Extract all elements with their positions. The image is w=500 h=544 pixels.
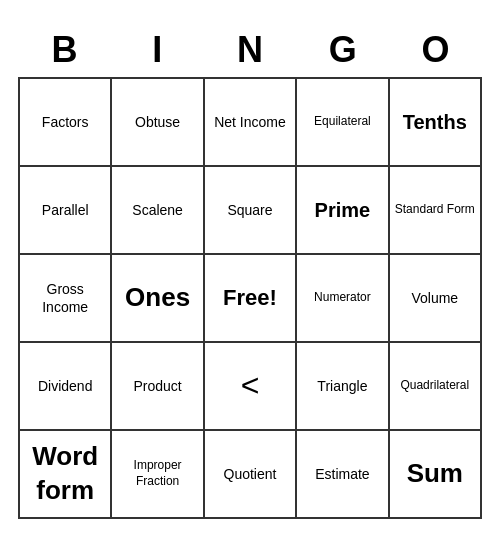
cell-r2-c0: Gross Income xyxy=(20,255,112,343)
cell-r0-c1: Obtuse xyxy=(112,79,204,167)
cell-r4-c1: Improper Fraction xyxy=(112,431,204,519)
cell-r3-c1: Product xyxy=(112,343,204,431)
cell-r4-c0: Word form xyxy=(20,431,112,519)
cell-r0-c3: Equilateral xyxy=(297,79,389,167)
cell-r2-c1: Ones xyxy=(112,255,204,343)
cell-r4-c3: Estimate xyxy=(297,431,389,519)
cell-r0-c0: Factors xyxy=(20,79,112,167)
cell-r1-c3: Prime xyxy=(297,167,389,255)
bingo-letter: B xyxy=(18,25,111,75)
cell-r3-c0: Dividend xyxy=(20,343,112,431)
cell-r4-c4: Sum xyxy=(390,431,482,519)
cell-r1-c4: Standard Form xyxy=(390,167,482,255)
cell-r3-c4: Quadrilateral xyxy=(390,343,482,431)
cell-r2-c3: Numerator xyxy=(297,255,389,343)
bingo-grid: FactorsObtuseNet IncomeEquilateralTenths… xyxy=(18,77,482,519)
cell-r3-c2: < xyxy=(205,343,297,431)
cell-r4-c2: Quotient xyxy=(205,431,297,519)
bingo-letter: O xyxy=(389,25,482,75)
cell-r0-c2: Net Income xyxy=(205,79,297,167)
bingo-card: BINGO FactorsObtuseNet IncomeEquilateral… xyxy=(10,17,490,527)
cell-r0-c4: Tenths xyxy=(390,79,482,167)
cell-r1-c0: Parallel xyxy=(20,167,112,255)
cell-r3-c3: Triangle xyxy=(297,343,389,431)
cell-r1-c2: Square xyxy=(205,167,297,255)
bingo-letter: G xyxy=(296,25,389,75)
bingo-header: BINGO xyxy=(18,25,482,75)
cell-r1-c1: Scalene xyxy=(112,167,204,255)
bingo-letter: N xyxy=(204,25,297,75)
bingo-letter: I xyxy=(111,25,204,75)
cell-r2-c2: Free! xyxy=(205,255,297,343)
cell-r2-c4: Volume xyxy=(390,255,482,343)
